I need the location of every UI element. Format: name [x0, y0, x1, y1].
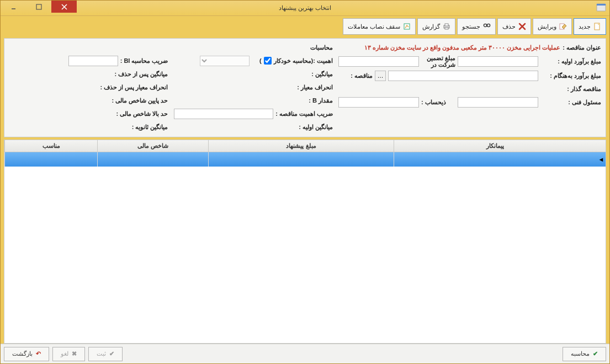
footer: ✔ محاسبه ✔ ثبت ✖ لغو ↶ بازگشت	[1, 344, 609, 363]
results-grid: پیمانکار مبلغ پیشنهاد شاخص مالی مناسب ◄	[4, 140, 606, 344]
guarantee-label: مبلغ تضمین شرکت در	[421, 55, 455, 68]
close-paren: )	[259, 57, 262, 64]
ceiling-label: سقف نصاب معاملات	[348, 23, 400, 30]
window-maximize-button[interactable]	[26, 1, 51, 13]
print-icon	[443, 23, 450, 30]
search-button[interactable]: جستجو	[457, 18, 496, 35]
cancel-label: لغو	[61, 350, 68, 357]
edit-label: ویرایش	[538, 23, 556, 30]
back-label: بازگشت	[12, 350, 33, 357]
delete-label: حذف	[502, 23, 516, 30]
bi-coeff-label: ضریب محاسبه BI :	[120, 57, 168, 65]
table-row[interactable]: ◄	[4, 152, 606, 167]
tech-officer-input[interactable]	[458, 97, 538, 108]
updated-estimate-input[interactable]	[388, 71, 538, 81]
initial-estimate-input[interactable]	[458, 56, 538, 67]
avg-after-del-label: میانگین پس از حذف :	[115, 71, 168, 78]
window-close-button[interactable]	[51, 1, 77, 13]
tenderer-label: مناقصه گذار :	[540, 85, 601, 93]
guarantee-input[interactable]	[338, 56, 419, 67]
svg-rect-3	[597, 4, 606, 6]
ceiling-icon	[403, 23, 411, 30]
bi-coeff-input[interactable]	[68, 56, 118, 66]
stddev-after-del-label: انحراف معیار پس از حذف :	[100, 84, 168, 91]
report-label: گزارش	[422, 23, 440, 30]
window-title: انتخاب بهترین پیشنهاد	[279, 4, 331, 12]
window-minimize-button[interactable]	[1, 1, 26, 13]
secondary-avg-label: میانگین ثانویه :	[132, 124, 168, 131]
importance-select[interactable]	[200, 56, 250, 66]
toolbar: جدید ویرایش حذف جستجو گزارش سقف نصاب معا…	[4, 18, 606, 35]
initial-estimate-label: مبلغ برآورد اولیه :	[540, 58, 601, 65]
new-icon	[593, 23, 601, 30]
app-icon	[596, 3, 606, 13]
delete-icon	[518, 23, 526, 30]
new-button[interactable]: جدید	[574, 18, 606, 35]
svg-point-7	[487, 24, 490, 26]
new-label: جدید	[579, 23, 591, 30]
save-label: ثبت	[97, 350, 106, 357]
form-panel: عنوان مناقصه : عملیات اجرایی مخزن ۳۰۰۰۰ …	[4, 38, 606, 137]
check-icon: ✔	[593, 350, 598, 357]
grid-row-header	[597, 140, 606, 152]
svg-rect-12	[404, 24, 410, 29]
titlebar: انتخاب بهترین پیشنهاد	[1, 1, 609, 16]
tech-officer-label: مسئول فنی :	[540, 99, 601, 106]
tender-imp-coeff-input[interactable]	[174, 109, 274, 119]
grid-header: پیمانکار مبلغ پیشنهاد شاخص مالی مناسب	[4, 140, 606, 152]
svg-point-6	[484, 24, 486, 26]
edit-icon	[559, 23, 567, 30]
high-fin-idx-label: حد بالا شاخص مالی :	[116, 110, 168, 117]
row-pointer-icon: ◄	[597, 152, 606, 167]
calc-heading: محاسبات	[310, 44, 333, 51]
svg-rect-11	[445, 28, 448, 29]
importance-label: اهمیت :(محاسبه خودکار	[274, 57, 333, 65]
calculate-label: محاسبه	[571, 350, 590, 357]
bvalue-label: مقدار B :	[309, 97, 333, 104]
cancel-button[interactable]: ✖ لغو	[52, 347, 85, 361]
tender-title-value: عملیات اجرایی مخزن ۳۰۰۰۰ متر مکعبی مدفون…	[364, 44, 561, 51]
save-button[interactable]: ✔ ثبت	[88, 347, 123, 361]
auto-calc-checkbox[interactable]	[264, 57, 272, 65]
back-button[interactable]: ↶ بازگشت	[4, 347, 49, 361]
col-suitable[interactable]: مناسب	[4, 140, 97, 152]
tender-title-label: عنوان مناقصه :	[563, 44, 601, 51]
search-icon	[483, 23, 491, 30]
col-bid-amount[interactable]: مبلغ پیشنهاد	[208, 140, 393, 152]
col-fin-idx[interactable]: شاخص مالی	[97, 140, 208, 152]
updated-estimate-label: مبلغ برآورد به‌هنگام :	[540, 72, 601, 79]
edit-button[interactable]: ویرایش	[533, 18, 572, 35]
back-icon: ↶	[36, 350, 41, 357]
calculate-button[interactable]: ✔ محاسبه	[563, 347, 606, 361]
svg-rect-10	[445, 24, 448, 26]
search-label: جستجو	[462, 23, 480, 30]
delete-button[interactable]: حذف	[497, 18, 531, 35]
avg-label: میانگین :	[311, 71, 333, 78]
ceiling-button[interactable]: سقف نصاب معاملات	[343, 18, 416, 35]
check-icon: ✔	[109, 350, 114, 357]
col-contractor[interactable]: پیمانکار	[394, 140, 597, 152]
tender-imp-coeff-label: ضریب اهمیت مناقصه :	[275, 110, 333, 117]
cancel-icon: ✖	[72, 350, 77, 357]
lookup-button[interactable]: …	[375, 71, 386, 81]
report-button[interactable]: گزارش	[417, 18, 455, 35]
initial-avg-label: میانگین اولیه :	[299, 124, 333, 131]
svg-rect-0	[36, 4, 41, 9]
stddev-label: انحراف معیار :	[297, 84, 333, 91]
tender-no-label: مناقصه :	[338, 72, 373, 79]
accountant-input[interactable]	[338, 97, 419, 108]
accountant-label: ذیحساب :	[421, 99, 455, 106]
low-fin-idx-label: حد پایین شاخص مالی :	[112, 97, 168, 104]
